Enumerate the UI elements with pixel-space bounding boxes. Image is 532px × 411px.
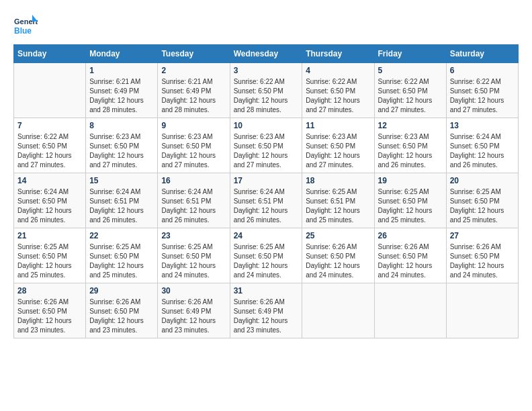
- col-header-wednesday: Wednesday: [230, 45, 302, 63]
- day-number: 11: [306, 121, 370, 130]
- day-number: 21: [17, 231, 82, 240]
- day-detail: Sunrise: 6:26 AM Sunset: 6:50 PM Dayligh…: [378, 242, 443, 280]
- day-number: 31: [234, 286, 299, 295]
- col-header-friday: Friday: [374, 45, 446, 63]
- week-row-5: 28Sunrise: 6:26 AM Sunset: 6:50 PM Dayli…: [14, 283, 519, 338]
- col-header-tuesday: Tuesday: [158, 45, 230, 63]
- day-cell: 29Sunrise: 6:26 AM Sunset: 6:50 PM Dayli…: [86, 283, 158, 338]
- day-detail: Sunrise: 6:25 AM Sunset: 6:50 PM Dayligh…: [89, 242, 154, 280]
- day-cell: 13Sunrise: 6:24 AM Sunset: 6:50 PM Dayli…: [446, 118, 518, 173]
- day-number: 16: [161, 176, 226, 185]
- day-detail: Sunrise: 6:24 AM Sunset: 6:51 PM Dayligh…: [161, 187, 226, 225]
- day-cell: 15Sunrise: 6:24 AM Sunset: 6:51 PM Dayli…: [86, 173, 158, 228]
- day-number: 2: [161, 66, 226, 75]
- day-cell: [14, 63, 86, 118]
- col-header-sunday: Sunday: [14, 45, 86, 63]
- day-cell: 31Sunrise: 6:26 AM Sunset: 6:49 PM Dayli…: [230, 283, 302, 338]
- day-cell: 10Sunrise: 6:23 AM Sunset: 6:50 PM Dayli…: [230, 118, 302, 173]
- day-number: 10: [234, 121, 299, 130]
- day-number: 18: [306, 176, 370, 185]
- day-number: 25: [306, 231, 370, 240]
- logo-svg: General Blue: [13, 13, 38, 38]
- day-detail: Sunrise: 6:25 AM Sunset: 6:50 PM Dayligh…: [450, 187, 515, 225]
- day-cell: 19Sunrise: 6:25 AM Sunset: 6:50 PM Dayli…: [374, 173, 446, 228]
- day-detail: Sunrise: 6:24 AM Sunset: 6:50 PM Dayligh…: [450, 132, 515, 170]
- day-detail: Sunrise: 6:23 AM Sunset: 6:50 PM Dayligh…: [378, 132, 443, 170]
- day-detail: Sunrise: 6:23 AM Sunset: 6:50 PM Dayligh…: [161, 132, 226, 170]
- day-number: 14: [17, 176, 82, 185]
- day-cell: 28Sunrise: 6:26 AM Sunset: 6:50 PM Dayli…: [14, 283, 86, 338]
- col-header-monday: Monday: [86, 45, 158, 63]
- day-cell: 14Sunrise: 6:24 AM Sunset: 6:50 PM Dayli…: [14, 173, 86, 228]
- day-detail: Sunrise: 6:25 AM Sunset: 6:50 PM Dayligh…: [378, 187, 443, 225]
- day-detail: Sunrise: 6:26 AM Sunset: 6:49 PM Dayligh…: [161, 298, 226, 335]
- day-detail: Sunrise: 6:21 AM Sunset: 6:49 PM Dayligh…: [89, 77, 154, 115]
- day-cell: 3Sunrise: 6:22 AM Sunset: 6:50 PM Daylig…: [230, 63, 302, 118]
- page-header: General Blue: [13, 13, 519, 38]
- day-number: 22: [89, 231, 154, 240]
- day-number: 8: [89, 121, 154, 130]
- day-cell: 20Sunrise: 6:25 AM Sunset: 6:50 PM Dayli…: [446, 173, 518, 228]
- day-cell: 12Sunrise: 6:23 AM Sunset: 6:50 PM Dayli…: [374, 118, 446, 173]
- day-detail: Sunrise: 6:26 AM Sunset: 6:50 PM Dayligh…: [450, 242, 515, 280]
- day-cell: 1Sunrise: 6:21 AM Sunset: 6:49 PM Daylig…: [86, 63, 158, 118]
- day-cell: 18Sunrise: 6:25 AM Sunset: 6:51 PM Dayli…: [302, 173, 374, 228]
- day-cell: 11Sunrise: 6:23 AM Sunset: 6:50 PM Dayli…: [302, 118, 374, 173]
- day-detail: Sunrise: 6:21 AM Sunset: 6:49 PM Dayligh…: [161, 77, 226, 115]
- day-cell: 23Sunrise: 6:25 AM Sunset: 6:50 PM Dayli…: [158, 228, 230, 283]
- day-detail: Sunrise: 6:23 AM Sunset: 6:50 PM Dayligh…: [234, 132, 299, 170]
- week-row-3: 14Sunrise: 6:24 AM Sunset: 6:50 PM Dayli…: [14, 173, 519, 228]
- day-detail: Sunrise: 6:22 AM Sunset: 6:50 PM Dayligh…: [17, 132, 82, 170]
- day-cell: 17Sunrise: 6:24 AM Sunset: 6:51 PM Dayli…: [230, 173, 302, 228]
- day-detail: Sunrise: 6:24 AM Sunset: 6:50 PM Dayligh…: [17, 187, 82, 225]
- day-detail: Sunrise: 6:25 AM Sunset: 6:50 PM Dayligh…: [17, 242, 82, 280]
- day-detail: Sunrise: 6:25 AM Sunset: 6:51 PM Dayligh…: [306, 187, 370, 225]
- day-cell: 9Sunrise: 6:23 AM Sunset: 6:50 PM Daylig…: [158, 118, 230, 173]
- day-cell: [374, 283, 446, 338]
- day-number: 7: [17, 121, 82, 130]
- calendar-table: SundayMondayTuesdayWednesdayThursdayFrid…: [13, 44, 519, 338]
- day-number: 5: [378, 66, 443, 75]
- day-cell: [446, 283, 518, 338]
- day-cell: [302, 283, 374, 338]
- day-number: 23: [161, 231, 226, 240]
- week-row-4: 21Sunrise: 6:25 AM Sunset: 6:50 PM Dayli…: [14, 228, 519, 283]
- day-cell: 24Sunrise: 6:25 AM Sunset: 6:50 PM Dayli…: [230, 228, 302, 283]
- day-detail: Sunrise: 6:25 AM Sunset: 6:50 PM Dayligh…: [234, 242, 299, 280]
- day-detail: Sunrise: 6:22 AM Sunset: 6:50 PM Dayligh…: [234, 77, 299, 115]
- day-cell: 16Sunrise: 6:24 AM Sunset: 6:51 PM Dayli…: [158, 173, 230, 228]
- day-cell: 2Sunrise: 6:21 AM Sunset: 6:49 PM Daylig…: [158, 63, 230, 118]
- day-detail: Sunrise: 6:26 AM Sunset: 6:50 PM Dayligh…: [17, 298, 82, 335]
- day-detail: Sunrise: 6:22 AM Sunset: 6:50 PM Dayligh…: [378, 77, 443, 115]
- day-cell: 6Sunrise: 6:22 AM Sunset: 6:50 PM Daylig…: [446, 63, 518, 118]
- week-row-2: 7Sunrise: 6:22 AM Sunset: 6:50 PM Daylig…: [14, 118, 519, 173]
- day-cell: 4Sunrise: 6:22 AM Sunset: 6:50 PM Daylig…: [302, 63, 374, 118]
- day-number: 29: [89, 286, 154, 295]
- day-detail: Sunrise: 6:26 AM Sunset: 6:49 PM Dayligh…: [234, 298, 299, 335]
- day-number: 4: [306, 66, 370, 75]
- day-number: 9: [161, 121, 226, 130]
- day-number: 30: [161, 286, 226, 295]
- day-cell: 25Sunrise: 6:26 AM Sunset: 6:50 PM Dayli…: [302, 228, 374, 283]
- day-number: 17: [234, 176, 299, 185]
- day-cell: 30Sunrise: 6:26 AM Sunset: 6:49 PM Dayli…: [158, 283, 230, 338]
- col-header-thursday: Thursday: [302, 45, 374, 63]
- day-detail: Sunrise: 6:23 AM Sunset: 6:50 PM Dayligh…: [89, 132, 154, 170]
- day-cell: 5Sunrise: 6:22 AM Sunset: 6:50 PM Daylig…: [374, 63, 446, 118]
- day-number: 12: [378, 121, 443, 130]
- day-number: 26: [378, 231, 443, 240]
- day-number: 28: [17, 286, 82, 295]
- day-detail: Sunrise: 6:24 AM Sunset: 6:51 PM Dayligh…: [234, 187, 299, 225]
- day-number: 20: [450, 176, 515, 185]
- day-cell: 21Sunrise: 6:25 AM Sunset: 6:50 PM Dayli…: [14, 228, 86, 283]
- day-detail: Sunrise: 6:25 AM Sunset: 6:50 PM Dayligh…: [161, 242, 226, 280]
- day-number: 27: [450, 231, 515, 240]
- svg-text:Blue: Blue: [14, 26, 32, 36]
- col-header-saturday: Saturday: [446, 45, 518, 63]
- day-detail: Sunrise: 6:26 AM Sunset: 6:50 PM Dayligh…: [306, 242, 370, 280]
- logo: General Blue: [13, 13, 38, 38]
- day-cell: 22Sunrise: 6:25 AM Sunset: 6:50 PM Dayli…: [86, 228, 158, 283]
- day-number: 19: [378, 176, 443, 185]
- day-number: 15: [89, 176, 154, 185]
- day-detail: Sunrise: 6:22 AM Sunset: 6:50 PM Dayligh…: [450, 77, 515, 115]
